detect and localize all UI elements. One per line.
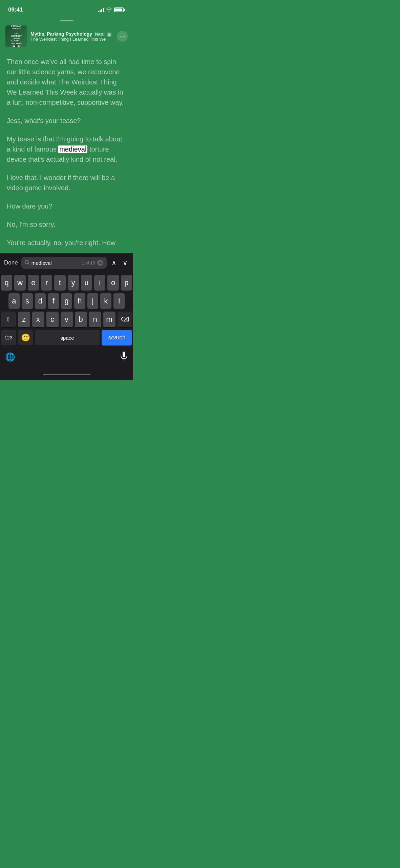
key-m[interactable]: m: [103, 312, 115, 327]
clear-search-button[interactable]: ✕: [97, 260, 103, 266]
transcript-paragraph-5: How dare you?: [7, 201, 126, 211]
search-input-container[interactable]: medieval 1 of 13 ✕: [21, 257, 107, 269]
keyboard-bottom: 🌐: [1, 348, 132, 367]
search-icon: [25, 260, 29, 266]
transcript-paragraph-1: Then once we've all had time to spin our…: [7, 57, 126, 107]
globe-icon[interactable]: 🌐: [5, 352, 15, 362]
key-x[interactable]: x: [32, 312, 44, 327]
status-bar: 09:41: [0, 0, 133, 17]
search-key[interactable]: search: [102, 330, 132, 346]
svg-rect-1: [123, 352, 125, 357]
transcript-paragraph-6: No, I'm so sorry.: [7, 219, 126, 230]
key-d[interactable]: d: [35, 293, 46, 309]
wifi-icon: [106, 7, 112, 13]
key-f[interactable]: f: [48, 293, 59, 309]
album-art: POPULARSCIENCETHEWEIRDESTTHING ILEARNEDT…: [5, 25, 27, 47]
key-k[interactable]: k: [100, 293, 111, 309]
drag-handle[interactable]: [0, 17, 133, 23]
keyboard-row-4: 123 🙂 space search: [1, 330, 132, 346]
key-h[interactable]: h: [74, 293, 85, 309]
done-button[interactable]: Done: [4, 259, 18, 266]
key-z[interactable]: z: [18, 312, 30, 327]
key-i[interactable]: i: [94, 275, 105, 291]
highlighted-word: medieval: [58, 145, 87, 153]
network-label: Natu: [95, 32, 105, 37]
keyboard-row-1: q w e r t y u i o p: [1, 275, 132, 291]
album-title: POPULARSCIENCETHEWEIRDESTTHING ILEARNEDT…: [10, 25, 22, 45]
key-s[interactable]: s: [22, 293, 33, 309]
key-l[interactable]: l: [113, 293, 125, 309]
show-name: The Weirdest Thing I Learned This We: [30, 37, 113, 42]
more-options-button[interactable]: ···: [117, 31, 128, 42]
search-count: 1 of 13: [82, 260, 95, 265]
emoji-key[interactable]: 🙂: [18, 330, 33, 346]
transcript-paragraph-4: I love that. I wonder if there will be a…: [7, 173, 126, 193]
key-g[interactable]: g: [61, 293, 72, 309]
keyboard-row-2: a s d f g h j k l: [1, 293, 132, 309]
delete-key[interactable]: ⌫: [118, 312, 132, 327]
battery-icon: [114, 7, 125, 12]
key-b[interactable]: b: [75, 312, 87, 327]
search-toolbar: Done medieval 1 of 13 ✕ ∧ ∨: [0, 253, 133, 272]
key-v[interactable]: v: [61, 312, 73, 327]
search-input[interactable]: medieval: [31, 260, 80, 266]
key-o[interactable]: o: [107, 275, 119, 291]
shift-key[interactable]: ⇧: [1, 312, 16, 327]
key-u[interactable]: u: [81, 275, 92, 291]
transcript-area: Then once we've all had time to spin our…: [0, 50, 133, 253]
key-w[interactable]: w: [14, 275, 25, 291]
explicit-badge: E: [107, 33, 111, 37]
search-next-button[interactable]: ∨: [121, 259, 129, 267]
player-info: Myths, Parking Psychology Natu E The Wei…: [30, 31, 113, 42]
key-y[interactable]: y: [68, 275, 79, 291]
home-bar: [43, 374, 90, 375]
signal-icon: [98, 7, 104, 12]
album-eye-icon: [12, 45, 20, 47]
space-key[interactable]: space: [35, 330, 100, 346]
key-p[interactable]: p: [121, 275, 132, 291]
transcript-paragraph-2: Jess, what's your tease?: [7, 116, 126, 126]
keyboard-row-3: ⇧ z x c v b n m ⌫: [1, 312, 132, 327]
keyboard: q w e r t y u i o p a s d f g h j k l ⇧ …: [0, 272, 133, 369]
mini-player: POPULARSCIENCETHEWEIRDESTTHING ILEARNEDT…: [0, 23, 133, 50]
transcript-paragraph-3: My tease is that I'm going to talk about…: [7, 134, 126, 164]
episode-title: Myths, Parking Psychology Natu E: [30, 31, 113, 37]
status-icons: [98, 7, 125, 13]
key-q[interactable]: q: [1, 275, 12, 291]
key-c[interactable]: c: [46, 312, 59, 327]
status-time: 09:41: [8, 6, 23, 13]
key-t[interactable]: t: [54, 275, 65, 291]
home-indicator: [0, 369, 133, 380]
key-r[interactable]: r: [41, 275, 52, 291]
key-j[interactable]: j: [87, 293, 99, 309]
key-a[interactable]: a: [8, 293, 20, 309]
microphone-icon[interactable]: [120, 351, 128, 363]
transcript-paragraph-7: You're actually, no, you're right. How: [7, 238, 126, 248]
search-prev-button[interactable]: ∧: [110, 259, 118, 267]
key-e[interactable]: e: [28, 275, 39, 291]
key-n[interactable]: n: [89, 312, 101, 327]
numbers-key[interactable]: 123: [1, 330, 16, 346]
